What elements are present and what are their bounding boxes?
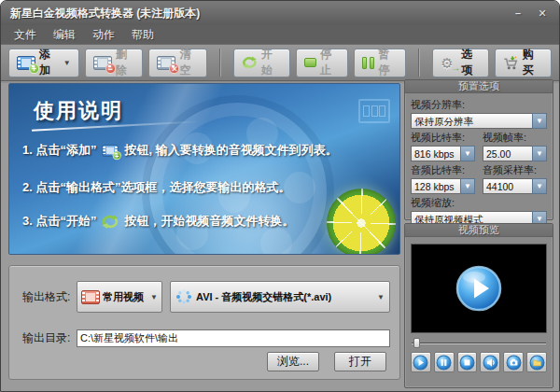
stop-icon [304,58,316,67]
preview-play-button[interactable] [411,352,431,372]
instructions-banner: 使用说明 1. 点击“添加” + 按钮, 输入要转换的音视频文件到列表。 2. … [8,83,400,255]
video-bitrate-label: 视频比特率: [411,131,475,145]
open-button[interactable]: 打开 [334,352,386,371]
play-button-icon[interactable] [455,265,502,312]
banner-step-3: 3. 点击“开始” 按钮，开始视频音频文件转换。 [22,213,294,230]
seek-slider[interactable] [412,337,546,349]
video-preview-box: 视频预览 [404,223,553,388]
menu-action[interactable]: 动作 [85,26,122,44]
menu-file[interactable]: 文件 [7,26,44,44]
output-folder-button[interactable] [526,352,547,372]
output-settings-box: 输出格式: 常用视频 ▼ AVI - 音频视频交错格式(*.avi) ▼ [8,265,400,380]
chevron-down-icon: ▼ [150,293,158,301]
stop-button[interactable]: 停止 [296,49,348,77]
video-category-icon [81,290,100,304]
video-preview-title: 视频预览 [405,224,553,237]
avi-format-icon [175,288,192,305]
menu-bar: 文件 编辑 动作 帮助 [1,25,559,44]
output-format-label: 输出格式: [22,289,77,305]
output-dir-input[interactable] [77,329,390,347]
banner-step-1: 1. 点击“添加” + 按钮, 输入要转换的音视频文件到列表。 [22,142,338,159]
preset-options-title: 预置选项 [405,80,553,93]
buy-button[interactable]: 购买 [495,49,552,77]
banner-step-2: 2. 点击“输出格式”选项框，选择您要输出的格式。 [22,179,290,196]
add-button[interactable]: + 添加▼ [8,49,79,77]
browse-button[interactable]: 浏览... [267,352,319,371]
output-dir-label: 输出目录: [22,330,77,346]
banner-title: 使用说明 [34,97,123,125]
resolution-select[interactable]: 保持原分辨率 ▼ [411,113,547,129]
preview-pause-button[interactable] [434,352,455,372]
chevron-down-icon: ▼ [532,146,547,161]
filmstrip-icon [358,99,390,123]
lime-wheel-graphic [327,189,396,255]
gear-icon: ⚙→ [441,55,457,71]
video-scale-label: 视频缩放: [411,196,547,210]
delete-button[interactable]: − 删除 [85,49,144,77]
close-button[interactable]: ✕ [535,7,550,20]
window-title: 新星白金视频格式转换器 (未注册版本) [10,6,200,21]
video-preview-screen[interactable] [411,244,547,333]
clear-button[interactable]: ✕ 清空 [148,49,207,77]
toolbar-separator [418,49,420,77]
clear-film-icon: ✕ [157,56,175,70]
toolbar: + 添加▼ − 删除 ✕ 清空 开始 停止 暂停 [1,44,559,81]
start-arrows-icon [242,55,258,70]
toolbar-separator [219,49,221,77]
audio-bitrate-select[interactable]: 128 kbps ▼ [411,178,475,194]
start-button[interactable]: 开始 [233,49,290,77]
options-button[interactable]: ⚙→ 选项 [432,49,489,77]
chevron-down-icon: ▼ [460,178,475,194]
shopping-cart-icon [503,55,519,71]
format-category-select[interactable]: 常用视频 ▼ [77,281,162,313]
pause-icon [362,57,374,69]
resolution-label: 视频分辨率: [411,98,547,112]
chevron-down-icon: ▼ [377,293,385,301]
chevron-down-icon: ▼ [460,146,475,161]
chevron-down-icon: ▼ [532,178,547,194]
output-format-select[interactable]: AVI - 音频视频交错格式(*.avi) ▼ [170,281,390,313]
preview-controls [411,352,547,372]
preview-stop-button[interactable] [457,352,478,372]
pause-button[interactable]: 暂停 [354,49,406,77]
volume-button[interactable] [480,352,500,372]
start-arrows-icon [101,214,119,230]
chevron-down-icon: ▼ [532,113,547,129]
app-window: 新星白金视频格式转换器 (未注册版本) – ✕ 文件 编辑 动作 帮助 + 添加… [0,0,560,392]
audio-bitrate-label: 音频比特率: [411,163,475,177]
add-film-icon: + [103,145,119,157]
snapshot-button[interactable] [503,352,524,372]
video-bitrate-select[interactable]: 816 kbps ▼ [411,146,475,161]
menu-help[interactable]: 帮助 [124,26,161,44]
minimize-button[interactable]: – [511,7,525,20]
framerate-label: 视频帧率: [483,131,547,145]
menu-edit[interactable]: 编辑 [46,26,83,44]
chevron-down-icon: ▼ [63,59,71,67]
add-film-icon: + [17,56,35,70]
sample-rate-select[interactable]: 44100 ▼ [483,178,547,194]
delete-film-icon: − [93,56,112,70]
sample-rate-label: 音频采样率: [483,163,547,177]
framerate-select[interactable]: 25.00 ▼ [483,146,547,161]
title-bar[interactable]: 新星白金视频格式转换器 (未注册版本) – ✕ [1,1,559,25]
preset-options-box: 预置选项 视频分辨率: 保持原分辨率 ▼ 视频比特率: 816 kbps ▼ [404,79,553,220]
slider-thumb[interactable] [413,338,420,348]
slider-groove [412,343,546,344]
client-area: 使用说明 1. 点击“添加” + 按钮, 输入要转换的音视频文件到列表。 2. … [1,83,559,391]
